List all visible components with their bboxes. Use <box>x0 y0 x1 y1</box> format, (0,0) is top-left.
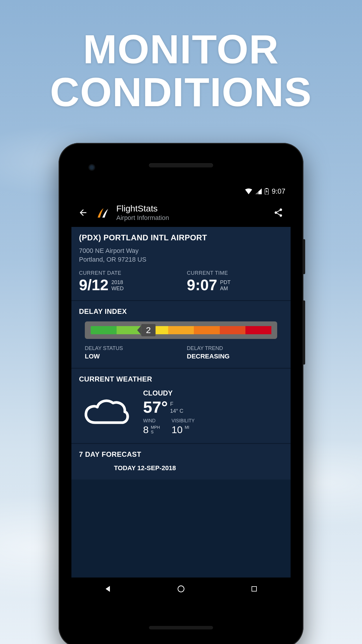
forecast-today-label: TODAY 12-SEP-2018 <box>79 464 283 472</box>
delay-segment <box>194 326 220 334</box>
current-time-label: CURRENT TIME <box>187 270 283 276</box>
date-dow: WED <box>111 286 124 292</box>
delay-segment <box>91 326 117 334</box>
time-value: 9:07 <box>187 277 217 293</box>
wind-block: WIND 8 MPH S <box>143 418 160 435</box>
weather-temp-f: 57° <box>143 399 168 415</box>
arrow-left-icon <box>78 208 88 218</box>
current-weather-card: CURRENT WEATHER CLOUDY 57° <box>71 368 291 443</box>
svg-rect-3 <box>252 587 256 591</box>
nav-back-button[interactable] <box>102 583 114 595</box>
visibility-block: VISIBILITY 10 MI <box>172 418 195 435</box>
temp-f-unit: F <box>170 401 183 407</box>
phone-top-bezel <box>65 149 297 181</box>
weather-temp-units: F 14° C <box>170 401 183 414</box>
delay-index-bar: 2 <box>85 321 277 339</box>
current-weather-title: CURRENT WEATHER <box>79 375 283 383</box>
weather-row: CLOUDY 57° F 14° C WIND <box>79 389 283 435</box>
delay-marker-value: 2 <box>141 324 156 336</box>
appbar-subtitle: Airport Information <box>116 214 266 222</box>
delay-status-label: DELAY STATUS <box>85 345 175 351</box>
flightstats-logo-icon <box>95 205 110 220</box>
date-value: 9/12 <box>79 277 108 293</box>
square-recents-icon <box>251 585 258 592</box>
airport-address: 7000 NE Airport Way Portland, OR 97218 U… <box>79 246 283 264</box>
triangle-back-icon <box>104 585 112 593</box>
delay-trend-value: DECREASING <box>187 353 277 360</box>
address-line-2: Portland, OR 97218 US <box>79 255 283 264</box>
delay-status-value: LOW <box>85 353 175 360</box>
phone-speaker <box>149 163 213 167</box>
date-meta: 2018 WED <box>111 279 124 291</box>
weather-condition: CLOUDY <box>143 389 283 397</box>
android-statusbar: 9:07 <box>71 184 291 198</box>
weather-data: CLOUDY 57° F 14° C WIND <box>143 389 283 435</box>
current-date-block: CURRENT DATE 9/12 2018 WED <box>79 270 175 293</box>
wind-unit: MPH S <box>151 425 160 434</box>
app-bar: FlightStats Airport Information <box>71 198 291 227</box>
forecast-card: 7 DAY FORECAST TODAY 12-SEP-2018 <box>71 443 291 480</box>
circle-home-icon <box>177 585 185 593</box>
visibility-label: VISIBILITY <box>172 418 195 424</box>
cloud-icon <box>79 393 131 431</box>
android-navbar <box>71 578 291 600</box>
battery-charging-icon <box>265 188 269 195</box>
promo-line-2: CONDITIONS <box>0 71 362 113</box>
promo-line-1: MONITOR <box>0 28 362 71</box>
phone-side-button <box>303 300 305 365</box>
delay-marker-notch <box>137 326 141 335</box>
content-scroll[interactable]: (PDX) PORTLAND INTL AIRPORT 7000 NE Airp… <box>71 227 291 480</box>
share-icon <box>273 208 283 218</box>
visibility-value: 10 <box>172 424 183 435</box>
phone-camera <box>88 164 95 171</box>
nav-recents-button[interactable] <box>248 583 260 595</box>
promo-headline: MONITOR CONDITIONS <box>0 28 362 113</box>
statusbar-time: 9:07 <box>272 187 285 195</box>
visibility-unit: MI <box>185 425 189 430</box>
phone-bezel: 9:07 FlightStats Airport Information <box>65 149 297 641</box>
delay-marker: 2 <box>137 324 156 336</box>
delay-segment <box>245 326 271 334</box>
airport-name: (PDX) PORTLAND INTL AIRPORT <box>79 233 283 242</box>
delay-index-card: DELAY INDEX 2 DELAY STATUS LOW DELAY TRE… <box>71 300 291 368</box>
delay-status-block: DELAY STATUS LOW <box>85 345 175 360</box>
phone-frame: 9:07 FlightStats Airport Information <box>59 143 303 644</box>
share-button[interactable] <box>272 208 285 218</box>
delay-trend-label: DELAY TREND <box>187 345 277 351</box>
wind-dir: S <box>151 430 160 434</box>
address-line-1: 7000 NE Airport Way <box>79 246 283 255</box>
wind-label: WIND <box>143 418 160 424</box>
nav-home-button[interactable] <box>175 583 187 595</box>
date-year: 2018 <box>111 279 124 286</box>
time-meta: PDT AM <box>220 279 231 291</box>
cell-signal-icon <box>255 188 262 194</box>
svg-point-2 <box>178 586 184 592</box>
delay-segment <box>168 326 194 334</box>
wifi-icon <box>245 188 252 194</box>
phone-screen: 9:07 FlightStats Airport Information <box>71 184 291 600</box>
svg-rect-1 <box>266 188 268 189</box>
appbar-title: FlightStats <box>116 204 266 214</box>
current-time-block: CURRENT TIME 9:07 PDT AM <box>187 270 283 293</box>
phone-bottom-speaker <box>149 626 213 629</box>
wind-unit-mph: MPH <box>151 425 160 430</box>
time-zone: PDT <box>220 279 231 286</box>
phone-side-button <box>303 239 305 274</box>
delay-index-title: DELAY INDEX <box>79 307 283 316</box>
time-ampm: AM <box>220 286 231 292</box>
temp-c: 14° C <box>170 408 183 414</box>
current-date-label: CURRENT DATE <box>79 270 175 276</box>
delay-trend-block: DELAY TREND DECREASING <box>187 345 277 360</box>
datetime-row: CURRENT DATE 9/12 2018 WED CURRENT TIME <box>79 270 283 293</box>
forecast-title: 7 DAY FORECAST <box>79 450 283 459</box>
appbar-titles: FlightStats Airport Information <box>116 204 266 222</box>
delay-status-row: DELAY STATUS LOW DELAY TREND DECREASING <box>79 345 283 360</box>
airport-info-card: (PDX) PORTLAND INTL AIRPORT 7000 NE Airp… <box>71 227 291 300</box>
back-button[interactable] <box>77 208 89 218</box>
wind-value: 8 <box>143 424 149 435</box>
delay-segment <box>220 326 246 334</box>
